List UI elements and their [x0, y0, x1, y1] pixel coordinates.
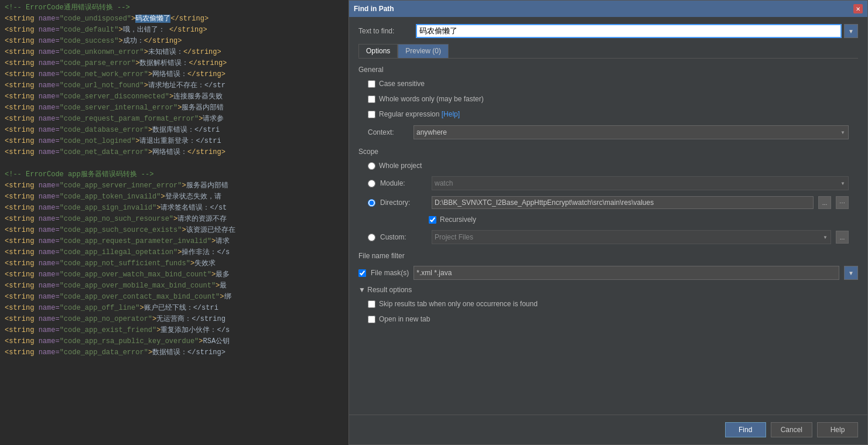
help-button[interactable]: Help: [817, 422, 858, 437]
code-line-25: <string name="code_app_over_watch_max_bi…: [5, 269, 344, 280]
code-line-3: <string name="code_default">哦，出错了： </str…: [5, 25, 344, 36]
context-row: Context: anywhere in string literals in …: [358, 124, 858, 141]
skip-results-checkbox[interactable]: [368, 300, 375, 308]
scope-section-label: Scope: [358, 148, 858, 156]
regex-row: Regular expression [Help]: [358, 109, 858, 119]
custom-select[interactable]: Project Files: [432, 230, 831, 244]
code-line-30: <string name="code_app_exist_friend">重复添…: [5, 325, 344, 336]
find-in-path-dialog: Find in Path ✕ Text to find: ▼ Options P…: [348, 0, 868, 445]
dialog-title: Find in Path: [354, 5, 394, 13]
file-mask-dropdown-btn[interactable]: ▼: [844, 266, 858, 280]
code-line-24: <string name="code_app_not_sufficient_fu…: [5, 258, 344, 269]
file-name-filter-label: File name filter: [358, 252, 858, 260]
open-new-tab-label: Open in new tab: [379, 315, 430, 323]
whole-project-row: Whole project: [358, 160, 858, 171]
directory-input[interactable]: [432, 196, 814, 209]
search-dropdown-arrow[interactable]: ▼: [844, 24, 858, 38]
module-select[interactable]: watch: [432, 176, 849, 190]
general-section-label: General: [358, 66, 858, 74]
dialog-close-button[interactable]: ✕: [853, 4, 863, 13]
dialog-titlebar: Find in Path ✕: [349, 1, 867, 17]
file-mask-label: File mask(s): [371, 269, 409, 277]
directory-label: Directory:: [380, 198, 427, 207]
code-line-7: <string name="code_net_work_error">网络错误：…: [5, 69, 344, 80]
context-select[interactable]: anywhere in string literals in comments …: [414, 125, 849, 139]
result-options-header[interactable]: ▼ Result options: [358, 286, 858, 294]
dialog-body: Text to find: ▼ Options Preview (0) Gene…: [349, 17, 867, 415]
whole-project-radio[interactable]: [368, 162, 375, 170]
code-line-23: <string name="code_app_illegal_opetation…: [5, 247, 344, 258]
code-line-5: <string name="code_unkonwn_error">未知错误：<…: [5, 47, 344, 58]
code-line-6: <string name="code_parse_error">数据解析错误：<…: [5, 58, 344, 69]
result-options-label: ▼ Result options: [358, 286, 412, 294]
tab-options[interactable]: Options: [358, 44, 398, 58]
find-button[interactable]: Find: [725, 422, 766, 437]
help-link[interactable]: [Help]: [442, 110, 460, 118]
code-line-9: <string name="code_server_disconnected">…: [5, 91, 344, 102]
custom-radio[interactable]: [368, 234, 375, 241]
case-sensitive-label: Case sensitive: [379, 80, 425, 88]
custom-row: Custom: Project Files ...: [358, 230, 858, 245]
dialog-footer: Find Cancel Help: [349, 415, 867, 444]
code-line-12: <string name="code_database_error">数据库错误…: [5, 125, 344, 136]
directory-radio[interactable]: [368, 199, 375, 207]
directory-row: Directory: ... ⋯: [358, 196, 858, 210]
open-new-tab-checkbox[interactable]: [368, 316, 375, 323]
cancel-button[interactable]: Cancel: [771, 422, 812, 437]
file-mask-row: File mask(s) ▼: [358, 265, 858, 281]
code-line-20: <string name="code_app_no_such_resourse"…: [5, 214, 344, 225]
code-line-13: <string name="code_not_logined">请退出重新登录：…: [5, 136, 344, 147]
text-to-find-label: Text to find:: [358, 27, 411, 35]
file-mask-checkbox[interactable]: [358, 269, 366, 277]
whole-words-checkbox[interactable]: [368, 95, 375, 103]
case-sensitive-row: Case sensitive: [358, 78, 858, 89]
code-line-10: <string name="code_server_internal_error…: [5, 102, 344, 114]
code-line-21: <string name="code_app_such_source_exist…: [5, 225, 344, 236]
tabs-row: Options Preview (0): [358, 44, 858, 59]
code-content: <!-- ErrorCode通用错误码转换 --> <string name="…: [0, 0, 348, 361]
custom-select-wrapper: Project Files: [432, 230, 831, 244]
code-line-18: <string name="code_app_token_invaild">登录…: [5, 191, 344, 203]
code-line-2: <string name="code_undisposed">码农偷懒了</st…: [5, 13, 344, 25]
code-line-31: <string name="code_app_rsa_public_key_ov…: [5, 336, 344, 347]
code-line-19: <string name="code_app_sign_invalid">请求签…: [5, 203, 344, 214]
code-line-26: <string name="code_app_over_mobile_max_b…: [5, 280, 344, 292]
module-row: Module: watch: [358, 176, 858, 191]
code-line-28: <string name="code_app_off_line">账户已经下线：…: [5, 303, 344, 314]
code-line-16: <!-- ErrorCode app服务器错误码转换 -->: [5, 169, 344, 180]
code-line-11: <string name="code_request_param_format_…: [5, 114, 344, 125]
code-line-15: [5, 158, 344, 169]
code-line-22: <string name="code_app_request_parameter…: [5, 236, 344, 247]
module-radio[interactable]: [368, 180, 375, 187]
skip-results-label: Skip results tab when only one occurrenc…: [379, 300, 538, 308]
code-line-29: <string name="code_app_no_operator">无运营商…: [5, 314, 344, 325]
recursively-label: Recursively: [440, 215, 476, 224]
search-input[interactable]: [416, 24, 842, 38]
context-label: Context:: [368, 128, 409, 136]
whole-words-label: Whole words only (may be faster): [379, 95, 484, 103]
whole-project-label: Whole project: [379, 162, 422, 170]
recursively-checkbox[interactable]: [429, 216, 436, 224]
code-line-17: <string name="code_app_server_inner_erro…: [5, 180, 344, 191]
code-line-32: <string name="code_app_data_error">数据错误：…: [5, 347, 344, 358]
file-mask-input[interactable]: [414, 266, 839, 280]
case-sensitive-checkbox[interactable]: [368, 80, 375, 88]
custom-extra-btn[interactable]: ...: [836, 231, 849, 244]
code-editor-panel: <!-- ErrorCode通用错误码转换 --> <string name="…: [0, 0, 348, 445]
code-line-14: <string name="code_net_data_error">网络错误：…: [5, 147, 344, 158]
text-input-wrapper: ▼: [416, 24, 858, 38]
regex-checkbox[interactable]: [368, 111, 375, 118]
code-line-8: <string name="code_url_not_found">请求地址不存…: [5, 80, 344, 91]
code-line-1: <!-- ErrorCode通用错误码转换 -->: [5, 2, 344, 13]
custom-label: Custom:: [380, 233, 427, 241]
tab-preview[interactable]: Preview (0): [398, 44, 449, 58]
code-line-27: <string name="code_app_over_contact_max_…: [5, 292, 344, 303]
recursively-row: Recursively: [358, 214, 858, 225]
text-to-find-row: Text to find: ▼: [358, 24, 858, 38]
module-label: Module:: [380, 179, 427, 187]
directory-extra-btn[interactable]: ⋯: [836, 196, 849, 209]
regex-label: Regular expression [Help]: [379, 110, 460, 118]
directory-browse-btn[interactable]: ...: [818, 196, 831, 209]
module-select-wrapper: watch: [432, 176, 849, 190]
open-new-tab-row: Open in new tab: [358, 314, 858, 324]
